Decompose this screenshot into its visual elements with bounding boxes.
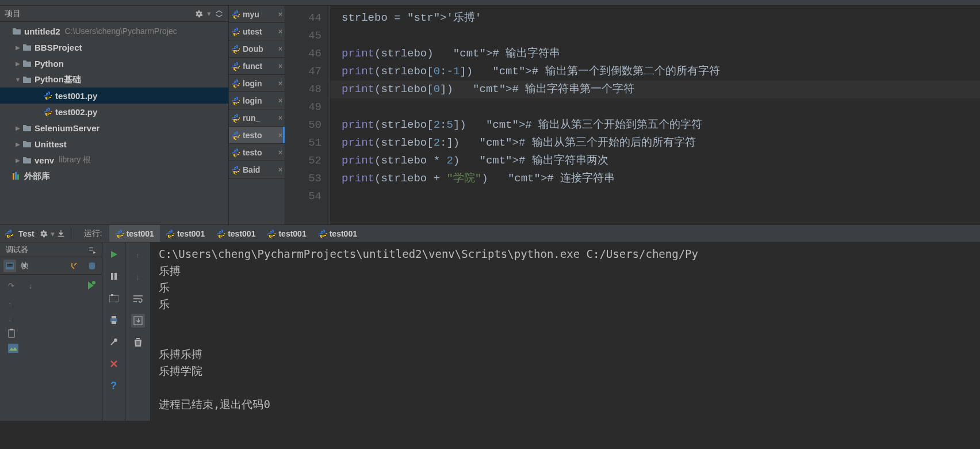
run-controls-left: ?: [102, 242, 125, 421]
project-sidebar: 项目 ▾ untitled2 C:\Users\cheng\PycharmPro…: [0, 6, 229, 224]
test-config-label[interactable]: Test: [18, 229, 35, 238]
rerun-icon[interactable]: [85, 279, 97, 292]
code-area[interactable]: strlebo = "str">'乐搏' print(strlebo) "cmt…: [330, 6, 980, 224]
tree-project-root[interactable]: untitled2 C:\Users\cheng\PycharmProjec: [0, 23, 228, 39]
run-tab[interactable]: test001: [160, 225, 210, 242]
run-label: 运行:: [77, 229, 109, 239]
python-icon: [231, 148, 240, 157]
help-icon[interactable]: ?: [108, 379, 120, 392]
close-icon[interactable]: ×: [278, 114, 282, 122]
close-icon[interactable]: ×: [278, 97, 282, 105]
py-icon: [43, 91, 53, 100]
console-output[interactable]: C:\Users\cheng\PycharmProjects\untitled2…: [151, 242, 980, 421]
image-icon[interactable]: [8, 344, 94, 353]
close-x-icon[interactable]: [108, 357, 120, 370]
trash-icon[interactable]: [131, 336, 145, 349]
screenshot-icon[interactable]: [108, 292, 120, 305]
run-tab[interactable]: test001: [312, 225, 363, 242]
gear-icon[interactable]: [39, 229, 48, 238]
editor-tabs: myu×utest×Doub×funct×login×login×run_×te…: [229, 6, 285, 224]
step-over-icon[interactable]: ↷: [5, 279, 17, 292]
code-line[interactable]: print(strlebo[0:-1]) "cmt"># 输出第一个到倒数第二个…: [342, 65, 720, 78]
frames-bar: 帧: [0, 257, 102, 275]
python-icon: [166, 229, 175, 238]
clipboard-icon[interactable]: [8, 329, 94, 338]
down-arrow-icon[interactable]: ↓: [8, 314, 94, 323]
step-into-icon[interactable]: [68, 260, 81, 272]
editor-tab[interactable]: funct×: [229, 58, 285, 75]
tab-label: funct: [243, 62, 262, 71]
db-icon[interactable]: [86, 260, 98, 272]
editor-tab[interactable]: myu×: [229, 6, 285, 23]
svg-rect-8: [9, 330, 14, 337]
close-icon[interactable]: ×: [278, 166, 282, 174]
python-icon: [231, 165, 240, 174]
tab-label: login: [243, 79, 262, 88]
play-icon[interactable]: [108, 248, 120, 261]
run-tab[interactable]: test001: [109, 225, 160, 242]
pin-icon[interactable]: [108, 336, 120, 348]
editor-tab[interactable]: testo×: [229, 144, 285, 161]
svg-rect-13: [109, 295, 118, 302]
code-line[interactable]: strlebo = "str">'乐搏': [342, 12, 481, 24]
tree-node[interactable]: ▼Python基础: [0, 71, 228, 87]
frames-icon[interactable]: [3, 260, 16, 272]
editor-tab[interactable]: login×: [229, 92, 285, 109]
run-tab[interactable]: test001: [210, 225, 261, 242]
step-down-icon[interactable]: ↓: [24, 279, 37, 292]
pause-icon[interactable]: [108, 270, 120, 283]
close-icon[interactable]: ×: [278, 28, 282, 36]
python-icon: [231, 44, 240, 54]
down-icon[interactable]: ↓: [131, 270, 145, 284]
tree-node[interactable]: test002.py: [0, 104, 228, 120]
tree-node-label: Python: [35, 59, 64, 69]
scroll-end-icon[interactable]: [131, 314, 145, 328]
tree-node[interactable]: ▶SeleniumServer: [0, 120, 228, 136]
editor-tab[interactable]: run_×: [229, 109, 285, 127]
code-line[interactable]: print(strlebo * 2) "cmt"># 输出字符串两次: [342, 154, 608, 167]
code-line[interactable]: print(strlebo[2:5]) "cmt"># 输出从第三个开始到第五个…: [342, 119, 702, 131]
folder-icon: [22, 123, 32, 132]
printer-icon[interactable]: [108, 314, 120, 326]
tree-node[interactable]: 外部库: [0, 168, 228, 184]
code-line[interactable]: print(strlebo) "cmt"># 输出字符串: [342, 47, 560, 60]
py-icon: [43, 107, 53, 116]
editor-tab[interactable]: login×: [229, 75, 285, 92]
up-icon[interactable]: ↑: [131, 248, 145, 262]
collapse-icon[interactable]: [215, 9, 224, 18]
close-icon[interactable]: ×: [278, 79, 282, 87]
code-line[interactable]: print(strlebo[0]) "cmt"># 输出字符串第一个字符: [330, 81, 980, 98]
close-icon[interactable]: ×: [278, 45, 282, 53]
code-line[interactable]: print(strlebo[2:]) "cmt"># 输出从第三个开始的后的所有…: [342, 136, 696, 149]
download-icon[interactable]: [57, 230, 65, 238]
close-icon[interactable]: ×: [278, 62, 282, 70]
gear-icon[interactable]: [194, 9, 204, 18]
run-tab[interactable]: test001: [261, 225, 312, 242]
tree-node[interactable]: ▶Unittest: [0, 136, 228, 152]
close-icon[interactable]: ×: [278, 10, 282, 18]
up-arrow-icon[interactable]: ↑: [8, 300, 94, 309]
close-icon[interactable]: ×: [278, 131, 282, 139]
tree-node-label: 外部库: [24, 171, 50, 182]
tree-node[interactable]: ▶BBSProject: [0, 39, 228, 55]
svg-point-6: [89, 262, 95, 265]
code-editor[interactable]: 4445464748495051525354 strlebo = "str">'…: [285, 6, 980, 224]
editor-tab[interactable]: utest×: [229, 23, 285, 40]
tree-node[interactable]: test001.py: [0, 87, 228, 104]
wrap-icon[interactable]: [131, 292, 145, 306]
editor-tab[interactable]: Doub×: [229, 40, 285, 58]
frames-label: 帧: [21, 261, 28, 271]
sidebar-title: 项目: [5, 9, 21, 19]
tree-node[interactable]: ▶venvlibrary 根: [0, 152, 228, 168]
tree-node[interactable]: ▶Python: [0, 55, 228, 71]
folder-icon: [22, 75, 32, 84]
bottom-panel: Test ▾ 运行: test001test001test001test001t…: [0, 224, 980, 420]
tree-node-label: test001.py: [55, 91, 97, 101]
python-icon: [318, 229, 327, 238]
editor-tab[interactable]: testo×: [229, 127, 285, 144]
svg-rect-10: [8, 344, 18, 353]
filter-icon[interactable]: ≡▸: [89, 245, 96, 255]
editor-tab[interactable]: Baid×: [229, 161, 285, 178]
code-line[interactable]: print(strlebo + "学院") "cmt"># 连接字符串: [342, 172, 615, 185]
close-icon[interactable]: ×: [278, 149, 282, 157]
